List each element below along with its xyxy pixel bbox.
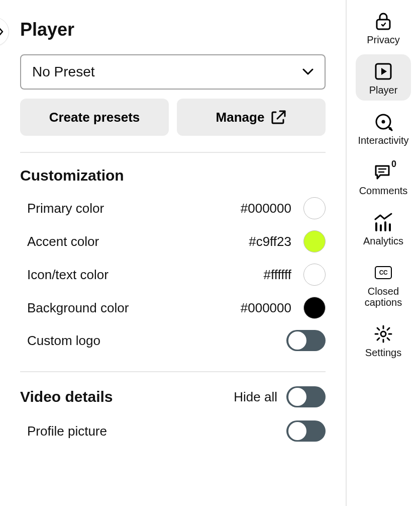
customization-rows: Primary color #000000 Accent color #c9ff… [20, 197, 326, 351]
custom-logo-row: Custom logo [27, 330, 326, 351]
sidebar-item-interactivity[interactable]: Interactivity [356, 105, 411, 151]
external-link-icon [271, 110, 286, 125]
svg-point-3 [382, 120, 385, 124]
toggle-knob [288, 388, 306, 406]
divider [20, 371, 326, 372]
primary-color-swatch[interactable] [303, 197, 326, 219]
sidebar-item-label: Closed captions [358, 286, 409, 308]
sidebar-item-label: Comments [359, 185, 408, 196]
icontext-color-swatch[interactable] [303, 264, 326, 286]
toggle-knob [288, 422, 306, 440]
interactivity-icon [373, 112, 393, 132]
background-color-value: #000000 [241, 300, 291, 316]
accent-color-label: Accent color [27, 234, 99, 249]
svg-point-10 [381, 331, 386, 336]
custom-logo-toggle[interactable] [286, 330, 326, 351]
chevron-down-icon [302, 68, 313, 75]
custom-logo-label: Custom logo [27, 333, 100, 349]
primary-color-row: Primary color #000000 [27, 197, 326, 219]
create-presets-label: Create presets [49, 110, 140, 125]
lock-icon [373, 11, 393, 31]
video-details-rows: Profile picture [20, 420, 326, 442]
chevron-right-icon [0, 26, 4, 37]
create-presets-button[interactable]: Create presets [20, 99, 169, 136]
hide-all-label: Hide all [234, 389, 277, 405]
main-panel: Player No Preset Create presets Manage C… [0, 0, 347, 506]
customization-title: Customization [20, 167, 326, 184]
analytics-icon [373, 212, 393, 232]
sidebar-item-label: Settings [365, 347, 401, 358]
video-details-title: Video details [20, 388, 113, 405]
primary-color-value: #000000 [241, 201, 291, 216]
manage-presets-label: Manage [216, 110, 265, 125]
preset-button-row: Create presets Manage [20, 99, 326, 136]
sidebar-item-comments[interactable]: 0 Comments [356, 155, 411, 201]
icontext-color-value: #ffffff [264, 267, 291, 283]
video-details-header: Video details Hide all [20, 386, 326, 407]
toggle-knob [288, 331, 306, 350]
background-color-swatch[interactable] [303, 297, 326, 319]
icontext-color-row: Icon/text color #ffffff [27, 264, 326, 286]
manage-presets-button[interactable]: Manage [177, 99, 326, 136]
panel-resize-handle[interactable] [0, 17, 9, 46]
page-title: Player [20, 19, 326, 40]
sidebar-item-player[interactable]: Player [356, 54, 411, 101]
profile-picture-row: Profile picture [27, 420, 326, 442]
sidebar-item-analytics[interactable]: Analytics [356, 205, 411, 251]
preset-select[interactable]: No Preset [20, 54, 326, 90]
hide-all-toggle[interactable] [286, 386, 326, 407]
profile-picture-toggle[interactable] [286, 420, 326, 442]
accent-color-row: Accent color #c9ff23 [27, 230, 326, 252]
primary-color-label: Primary color [27, 201, 104, 216]
divider [20, 152, 326, 153]
cc-icon: CC [373, 263, 393, 283]
background-color-label: Background color [27, 300, 129, 316]
gear-icon [373, 324, 393, 344]
preset-selected-value: No Preset [32, 64, 95, 80]
sidebar-item-label: Privacy [367, 34, 400, 45]
comments-count-badge: 0 [391, 159, 396, 170]
accent-color-value: #c9ff23 [249, 234, 291, 249]
background-color-row: Background color #000000 [27, 297, 326, 319]
comment-icon: 0 [373, 162, 393, 182]
accent-color-swatch[interactable] [303, 230, 326, 252]
sidebar-item-settings[interactable]: Settings [356, 317, 411, 363]
icontext-color-label: Icon/text color [27, 267, 109, 283]
right-sidebar: Privacy Player Interactivity [347, 0, 420, 506]
profile-picture-label: Profile picture [27, 424, 107, 439]
sidebar-item-closed-captions[interactable]: CC Closed captions [356, 256, 411, 313]
sidebar-item-label: Player [369, 85, 398, 96]
sidebar-item-label: Interactivity [358, 135, 408, 146]
sidebar-item-label: Analytics [363, 235, 403, 246]
svg-rect-0 [377, 20, 390, 29]
sidebar-item-privacy[interactable]: Privacy [356, 4, 411, 50]
play-icon [373, 61, 393, 81]
